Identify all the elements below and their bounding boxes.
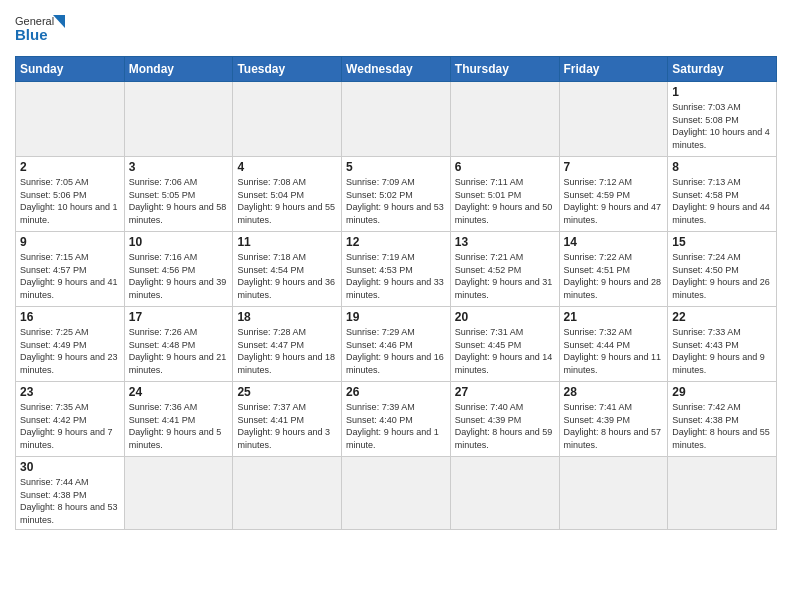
day-info: Sunrise: 7:16 AMSunset: 4:56 PMDaylight:…: [129, 251, 229, 301]
calendar-cell: [668, 457, 777, 530]
day-info: Sunrise: 7:09 AMSunset: 5:02 PMDaylight:…: [346, 176, 446, 226]
calendar-cell: [342, 457, 451, 530]
day-number: 18: [237, 310, 337, 324]
day-info: Sunrise: 7:12 AMSunset: 4:59 PMDaylight:…: [564, 176, 664, 226]
calendar-week-4: 16Sunrise: 7:25 AMSunset: 4:49 PMDayligh…: [16, 307, 777, 382]
calendar-cell: 6Sunrise: 7:11 AMSunset: 5:01 PMDaylight…: [450, 157, 559, 232]
calendar-cell: 2Sunrise: 7:05 AMSunset: 5:06 PMDaylight…: [16, 157, 125, 232]
day-number: 12: [346, 235, 446, 249]
calendar-cell: 8Sunrise: 7:13 AMSunset: 4:58 PMDaylight…: [668, 157, 777, 232]
calendar-header-row: SundayMondayTuesdayWednesdayThursdayFrid…: [16, 57, 777, 82]
header-sunday: Sunday: [16, 57, 125, 82]
calendar-cell: [450, 457, 559, 530]
day-info: Sunrise: 7:31 AMSunset: 4:45 PMDaylight:…: [455, 326, 555, 376]
calendar-cell: 24Sunrise: 7:36 AMSunset: 4:41 PMDayligh…: [124, 382, 233, 457]
header-friday: Friday: [559, 57, 668, 82]
calendar-week-6: 30Sunrise: 7:44 AMSunset: 4:38 PMDayligh…: [16, 457, 777, 530]
day-number: 2: [20, 160, 120, 174]
day-number: 9: [20, 235, 120, 249]
calendar-cell: [342, 82, 451, 157]
day-number: 3: [129, 160, 229, 174]
calendar-cell: 11Sunrise: 7:18 AMSunset: 4:54 PMDayligh…: [233, 232, 342, 307]
calendar-table: SundayMondayTuesdayWednesdayThursdayFrid…: [15, 56, 777, 530]
day-info: Sunrise: 7:33 AMSunset: 4:43 PMDaylight:…: [672, 326, 772, 376]
header-monday: Monday: [124, 57, 233, 82]
calendar-cell: [233, 457, 342, 530]
day-info: Sunrise: 7:11 AMSunset: 5:01 PMDaylight:…: [455, 176, 555, 226]
calendar-cell: 19Sunrise: 7:29 AMSunset: 4:46 PMDayligh…: [342, 307, 451, 382]
day-info: Sunrise: 7:44 AMSunset: 4:38 PMDaylight:…: [20, 476, 120, 526]
calendar-week-5: 23Sunrise: 7:35 AMSunset: 4:42 PMDayligh…: [16, 382, 777, 457]
day-info: Sunrise: 7:40 AMSunset: 4:39 PMDaylight:…: [455, 401, 555, 451]
calendar-cell: 9Sunrise: 7:15 AMSunset: 4:57 PMDaylight…: [16, 232, 125, 307]
calendar-cell: 7Sunrise: 7:12 AMSunset: 4:59 PMDaylight…: [559, 157, 668, 232]
day-number: 21: [564, 310, 664, 324]
calendar-cell: 27Sunrise: 7:40 AMSunset: 4:39 PMDayligh…: [450, 382, 559, 457]
calendar-cell: [124, 457, 233, 530]
calendar-cell: 4Sunrise: 7:08 AMSunset: 5:04 PMDaylight…: [233, 157, 342, 232]
day-number: 6: [455, 160, 555, 174]
calendar-cell: 12Sunrise: 7:19 AMSunset: 4:53 PMDayligh…: [342, 232, 451, 307]
day-info: Sunrise: 7:25 AMSunset: 4:49 PMDaylight:…: [20, 326, 120, 376]
day-number: 27: [455, 385, 555, 399]
header-saturday: Saturday: [668, 57, 777, 82]
header: General Blue: [15, 10, 777, 48]
day-info: Sunrise: 7:03 AMSunset: 5:08 PMDaylight:…: [672, 101, 772, 151]
day-number: 4: [237, 160, 337, 174]
day-info: Sunrise: 7:26 AMSunset: 4:48 PMDaylight:…: [129, 326, 229, 376]
calendar-cell: 18Sunrise: 7:28 AMSunset: 4:47 PMDayligh…: [233, 307, 342, 382]
calendar-cell: 1Sunrise: 7:03 AMSunset: 5:08 PMDaylight…: [668, 82, 777, 157]
calendar-cell: [16, 82, 125, 157]
day-number: 26: [346, 385, 446, 399]
header-tuesday: Tuesday: [233, 57, 342, 82]
calendar-cell: 23Sunrise: 7:35 AMSunset: 4:42 PMDayligh…: [16, 382, 125, 457]
day-info: Sunrise: 7:06 AMSunset: 5:05 PMDaylight:…: [129, 176, 229, 226]
day-number: 10: [129, 235, 229, 249]
day-info: Sunrise: 7:41 AMSunset: 4:39 PMDaylight:…: [564, 401, 664, 451]
calendar-cell: 3Sunrise: 7:06 AMSunset: 5:05 PMDaylight…: [124, 157, 233, 232]
day-number: 28: [564, 385, 664, 399]
day-info: Sunrise: 7:18 AMSunset: 4:54 PMDaylight:…: [237, 251, 337, 301]
calendar-cell: 20Sunrise: 7:31 AMSunset: 4:45 PMDayligh…: [450, 307, 559, 382]
day-info: Sunrise: 7:42 AMSunset: 4:38 PMDaylight:…: [672, 401, 772, 451]
calendar-cell: [124, 82, 233, 157]
day-number: 13: [455, 235, 555, 249]
page: General Blue SundayMondayTuesdayWednesda…: [0, 0, 792, 612]
calendar-cell: 29Sunrise: 7:42 AMSunset: 4:38 PMDayligh…: [668, 382, 777, 457]
calendar-cell: 28Sunrise: 7:41 AMSunset: 4:39 PMDayligh…: [559, 382, 668, 457]
calendar-cell: 5Sunrise: 7:09 AMSunset: 5:02 PMDaylight…: [342, 157, 451, 232]
day-number: 22: [672, 310, 772, 324]
day-number: 11: [237, 235, 337, 249]
day-number: 7: [564, 160, 664, 174]
day-number: 19: [346, 310, 446, 324]
calendar-cell: [559, 457, 668, 530]
calendar-week-1: 1Sunrise: 7:03 AMSunset: 5:08 PMDaylight…: [16, 82, 777, 157]
day-info: Sunrise: 7:22 AMSunset: 4:51 PMDaylight:…: [564, 251, 664, 301]
day-info: Sunrise: 7:15 AMSunset: 4:57 PMDaylight:…: [20, 251, 120, 301]
day-number: 24: [129, 385, 229, 399]
day-number: 17: [129, 310, 229, 324]
day-number: 30: [20, 460, 120, 474]
svg-marker-2: [53, 15, 65, 28]
calendar-cell: 17Sunrise: 7:26 AMSunset: 4:48 PMDayligh…: [124, 307, 233, 382]
calendar-cell: [559, 82, 668, 157]
day-info: Sunrise: 7:13 AMSunset: 4:58 PMDaylight:…: [672, 176, 772, 226]
day-info: Sunrise: 7:35 AMSunset: 4:42 PMDaylight:…: [20, 401, 120, 451]
header-thursday: Thursday: [450, 57, 559, 82]
svg-text:Blue: Blue: [15, 26, 48, 43]
calendar-week-2: 2Sunrise: 7:05 AMSunset: 5:06 PMDaylight…: [16, 157, 777, 232]
calendar-cell: 30Sunrise: 7:44 AMSunset: 4:38 PMDayligh…: [16, 457, 125, 530]
calendar-cell: 21Sunrise: 7:32 AMSunset: 4:44 PMDayligh…: [559, 307, 668, 382]
calendar-cell: 16Sunrise: 7:25 AMSunset: 4:49 PMDayligh…: [16, 307, 125, 382]
calendar-cell: 26Sunrise: 7:39 AMSunset: 4:40 PMDayligh…: [342, 382, 451, 457]
day-number: 23: [20, 385, 120, 399]
day-number: 1: [672, 85, 772, 99]
day-info: Sunrise: 7:32 AMSunset: 4:44 PMDaylight:…: [564, 326, 664, 376]
logo: General Blue: [15, 10, 65, 48]
header-wednesday: Wednesday: [342, 57, 451, 82]
calendar-cell: 10Sunrise: 7:16 AMSunset: 4:56 PMDayligh…: [124, 232, 233, 307]
day-number: 5: [346, 160, 446, 174]
day-info: Sunrise: 7:29 AMSunset: 4:46 PMDaylight:…: [346, 326, 446, 376]
calendar-cell: 25Sunrise: 7:37 AMSunset: 4:41 PMDayligh…: [233, 382, 342, 457]
day-number: 16: [20, 310, 120, 324]
